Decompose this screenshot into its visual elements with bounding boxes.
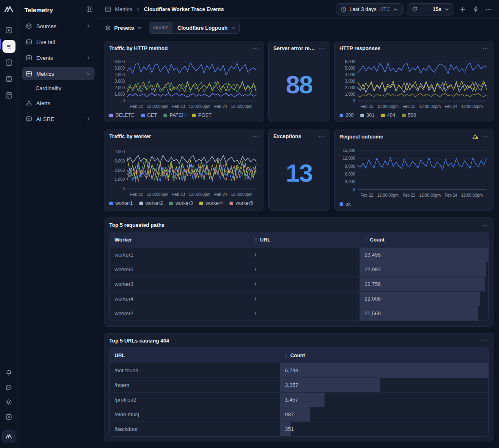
table-row[interactable]: /hoem3,257 xyxy=(110,378,488,392)
legend-item[interactable]: 301 xyxy=(360,112,375,118)
legend-item[interactable]: DELETE xyxy=(109,112,135,118)
svg-text:12:00:00pm: 12:00:00pm xyxy=(231,192,252,197)
refresh-interval-select[interactable]: 15s xyxy=(428,4,454,15)
column-resize-grip[interactable] xyxy=(285,353,287,358)
app-logo-icon[interactable] xyxy=(4,4,14,15)
rail-item-flows[interactable] xyxy=(2,89,15,102)
panel-menu-icon[interactable] xyxy=(483,224,489,226)
legend-item[interactable]: worker1 xyxy=(109,200,133,206)
table-row[interactable]: /profilev21,457 xyxy=(110,392,488,407)
apps-grid-icon[interactable] xyxy=(4,412,13,421)
panel-menu-icon[interactable] xyxy=(483,136,489,138)
panel-menu-icon[interactable] xyxy=(253,47,259,50)
svg-text:4,000: 4,000 xyxy=(345,72,355,77)
svg-text:Feb 23: Feb 23 xyxy=(172,192,185,197)
table-cell: / xyxy=(250,262,360,277)
breadcrumb-section[interactable]: Metrics xyxy=(115,6,132,12)
table-cell: / xyxy=(250,292,360,306)
table-row[interactable]: worker1/23,455 xyxy=(110,247,488,262)
line-chart[interactable]: 01,0002,0003,0004,0005,0006,000Feb 2212:… xyxy=(109,58,259,110)
column-header[interactable]: URL xyxy=(110,353,280,358)
legend-item[interactable]: worker4 xyxy=(199,200,223,206)
legend-item[interactable]: PATCH xyxy=(163,112,185,118)
svg-text:15,000: 15,000 xyxy=(342,148,355,153)
table-row[interactable]: worker4/22,008 xyxy=(110,291,488,306)
warning-badge-icon[interactable] xyxy=(472,133,479,140)
legend-item[interactable]: 500 xyxy=(402,112,416,118)
panel-menu-icon[interactable] xyxy=(319,135,325,138)
rail-item-datasets[interactable] xyxy=(2,72,15,86)
line-chart[interactable]: 01,0002,0003,0004,000Feb 2212:00:00pmFeb… xyxy=(109,146,259,198)
topbar: Metrics Cloudflare Worker Trace Events L… xyxy=(99,0,499,19)
column-header[interactable]: URL xyxy=(250,237,360,243)
sidebar-collapse-icon[interactable] xyxy=(86,6,93,14)
legend-item[interactable]: ok xyxy=(340,201,351,207)
feedback-chat-icon[interactable] xyxy=(4,383,13,392)
breadcrumb: Metrics Cloudflare Worker Trace Events xyxy=(105,6,224,13)
time-range-picker[interactable]: Last 3 days UTC xyxy=(336,3,403,15)
panel-exceptions: Exceptions 13 xyxy=(268,129,330,211)
time-range-label: Last 3 days xyxy=(349,6,377,12)
sidebar-item-sources[interactable]: Sources xyxy=(22,20,95,33)
rail-item-quickstart[interactable] xyxy=(2,24,15,37)
more-menu-button[interactable] xyxy=(484,5,493,14)
source-value: Cloudflare Logpush xyxy=(172,25,231,31)
presets-button[interactable]: Presets xyxy=(105,25,142,31)
column-header[interactable]: Count xyxy=(360,237,488,243)
table-row[interactable]: /elon-musj987 xyxy=(110,407,488,422)
column-header-label: URL xyxy=(115,353,125,358)
table-cell: worker4 xyxy=(110,292,250,306)
legend-item[interactable]: worker5 xyxy=(230,200,253,206)
line-chart[interactable]: 01,0002,0003,0004,0005,0006,000Feb 2212:… xyxy=(340,58,489,110)
sidebar-item-live-tail[interactable]: Live tail xyxy=(22,35,95,48)
sidebar-item-events[interactable]: Events xyxy=(22,51,95,64)
legend-item[interactable]: GET xyxy=(141,112,157,118)
table-row[interactable]: /backdoor351 xyxy=(110,422,488,436)
column-resize-grip[interactable] xyxy=(364,237,367,242)
legend-swatch xyxy=(163,114,167,117)
sidebar-item-alerts[interactable]: Alerts xyxy=(22,97,95,110)
legend-label: ok xyxy=(346,201,351,207)
sidebar-item-label: Events xyxy=(36,55,53,61)
legend-item[interactable]: worker3 xyxy=(169,200,193,206)
legend-swatch xyxy=(192,114,196,117)
table-row[interactable]: worker5/22,987 xyxy=(110,262,488,277)
column-header-label: URL xyxy=(260,237,271,243)
table-row[interactable]: /not-found6,798 xyxy=(110,363,488,378)
table-row[interactable]: worker2/21,569 xyxy=(110,306,488,321)
rail-item-stream[interactable] xyxy=(2,40,15,53)
panel-menu-icon[interactable] xyxy=(483,340,489,342)
legend-item[interactable]: POST xyxy=(192,112,212,118)
count-cell: 6,798 xyxy=(280,363,488,378)
panel-menu-icon[interactable] xyxy=(319,47,325,50)
svg-text:1,000: 1,000 xyxy=(345,92,355,97)
legend-item[interactable]: worker2 xyxy=(139,200,163,206)
legend-label: worker3 xyxy=(175,200,193,206)
cube-icon xyxy=(26,23,32,29)
legend-label: POST xyxy=(198,112,212,118)
legend-item[interactable]: 404 xyxy=(381,112,395,118)
panel-row-2: Traffic by worker 01,0002,0003,0004,000F… xyxy=(104,129,494,211)
table-row[interactable]: worker3/22,756 xyxy=(110,277,488,291)
source-select[interactable]: source Cloudflare Logpush xyxy=(149,22,240,34)
sidebar-item-ai-sre[interactable]: AI SRE xyxy=(22,112,95,125)
sidebar-item-label: Metrics xyxy=(36,71,54,77)
add-panel-button[interactable] xyxy=(458,5,467,14)
theme-sun-icon[interactable] xyxy=(4,397,13,406)
column-header[interactable]: Count xyxy=(280,353,488,358)
sidebar-item-cardinality[interactable]: Cardinality xyxy=(35,82,95,94)
column-header[interactable]: Worker xyxy=(110,237,250,243)
panel-menu-icon[interactable] xyxy=(483,47,489,50)
column-resize-grip[interactable] xyxy=(255,237,257,242)
refresh-button[interactable] xyxy=(407,4,422,15)
org-avatar[interactable] xyxy=(2,430,15,443)
line-chart[interactable]: 03,0006,0009,00012,00015,000Feb 2212:00:… xyxy=(340,147,489,199)
legend-item[interactable]: 200 xyxy=(340,112,354,118)
rail-item-alerts[interactable] xyxy=(2,56,15,69)
panel-menu-icon[interactable] xyxy=(253,135,259,138)
svg-text:Feb 22: Feb 22 xyxy=(360,104,373,109)
sidebar-item-metrics[interactable]: Metrics xyxy=(22,67,95,80)
notifications-bell-icon[interactable] xyxy=(4,368,13,377)
legend-swatch xyxy=(109,114,113,117)
ai-spark-button[interactable] xyxy=(471,5,480,14)
